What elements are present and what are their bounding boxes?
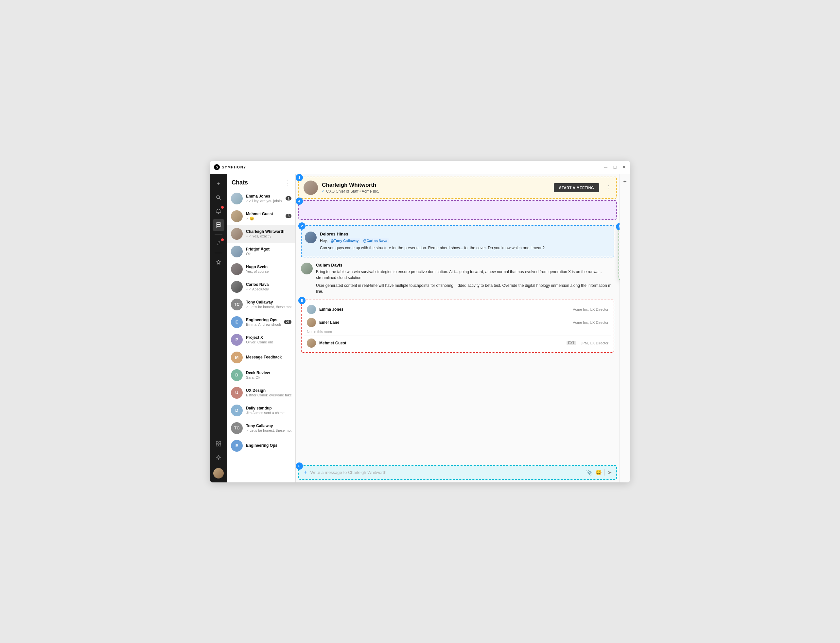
chat-item-deckreview[interactable]: D Deck Review Sara: Ok xyxy=(227,366,295,384)
input-action-icons: 📎 😊 ➤ xyxy=(586,469,612,475)
chat-info-tony: Tony Callaway ✓ Let's be honest, these m… xyxy=(246,300,292,309)
mention-item-emma[interactable]: Emma Jones Acme Inc, UX Director xyxy=(304,303,611,316)
close-button[interactable]: ✕ xyxy=(622,165,626,169)
mention-carlos[interactable]: @Carlos Nava xyxy=(361,238,389,243)
chat-badge-engops: 21 xyxy=(284,320,292,324)
svg-line-1 xyxy=(219,198,220,199)
chat-item-hugo[interactable]: Hugo Svein Yes, of course xyxy=(227,260,295,278)
annotation-2-badge: 2 xyxy=(298,222,305,230)
mention-tony[interactable]: @Tony Callaway xyxy=(329,238,360,243)
chat-item-daily[interactable]: D Daily standup Jim James sent a chime xyxy=(227,401,295,419)
chat-preview-deckreview: Sara: Ok xyxy=(246,375,292,379)
ext-badge: EXT xyxy=(566,341,576,345)
chat-item-tony[interactable]: TC Tony Callaway ✓ Let's be honest, thes… xyxy=(227,295,295,313)
avatar-emma xyxy=(231,193,243,204)
chat-item-charleigh[interactable]: Charleigh Whitworth ✓✓ Yes, exactly xyxy=(227,225,295,243)
mention-item-emer[interactable]: Emer Lane Acme Inc, UX Director xyxy=(304,316,611,329)
send-icon[interactable]: ➤ xyxy=(607,469,612,475)
chat-name-uxdesign: UX Design xyxy=(246,388,292,393)
mention-role-emma: Acme Inc, UX Director xyxy=(573,307,608,312)
chat-name-deckreview: Deck Review xyxy=(246,370,292,375)
right-add-button[interactable]: + xyxy=(621,178,629,186)
chat-info-projectx: Project X Oliver: Come on! xyxy=(246,335,292,344)
divider-1 xyxy=(215,234,222,235)
chat-name-emma: Emma Jones xyxy=(246,194,282,199)
message-delores-highlighted: 2 Delores Hines Hey, @Tony Callaway @Car… xyxy=(301,225,614,258)
chat-name-engops: Engineering Ops xyxy=(246,318,281,322)
emoji-icon[interactable]: 😊 xyxy=(595,469,602,475)
search-button[interactable] xyxy=(213,192,224,204)
app-name: SYMPHONY xyxy=(222,165,246,169)
chat-preview-mehmet: ✓ 😊 xyxy=(246,217,282,221)
chat-item-projectx[interactable]: P Project X Oliver: Come on! xyxy=(227,331,295,349)
chat-info-emma: Emma Jones ✓✓ Hey, are you joining the m… xyxy=(246,194,282,203)
attach-plus-icon[interactable]: + xyxy=(303,469,307,476)
avatar-fridtjof xyxy=(231,246,243,258)
chat-preview-tony2: ✓ Let's be honest, these mockups look gr… xyxy=(246,428,292,432)
chats-button[interactable] xyxy=(213,219,224,231)
annotation-6-badge: 6 xyxy=(296,462,303,470)
context-sendtoapp-item[interactable]: Send to Application xyxy=(619,268,620,277)
context-forward-item[interactable]: Forward xyxy=(619,248,620,258)
user-avatar[interactable] xyxy=(213,468,224,478)
notifications-button[interactable] xyxy=(213,206,224,217)
messages-area[interactable]: 2 Delores Hines Hey, @Tony Callaway @Car… xyxy=(296,221,620,464)
channels-button[interactable]: # xyxy=(213,238,224,250)
chat-preview-uxdesign: Esther Conor: everyone take the poll! xyxy=(246,393,292,397)
header-more-button[interactable]: ⋮ xyxy=(606,184,612,191)
chat-name-hugo: Hugo Svein xyxy=(246,264,292,269)
chat-preview-hugo: Yes, of course xyxy=(246,269,292,273)
message-input-placeholder[interactable]: Write a message to Charleigh Whitworth xyxy=(310,470,583,475)
chat-info-fridtjof: Fridtjof Ågot Ok xyxy=(246,247,292,256)
mention-avatar-emma xyxy=(307,305,316,314)
channels-badge xyxy=(221,238,224,241)
chat-info-engops2: Engineering Ops xyxy=(246,443,292,448)
grid-button[interactable] xyxy=(213,438,224,450)
chat-info-tony2: Tony Callaway ✓ Let's be honest, these m… xyxy=(246,424,292,432)
minimize-button[interactable]: ─ xyxy=(604,165,608,169)
sidebar: + xyxy=(210,174,227,482)
message-block-delores: 2 Delores Hines Hey, @Tony Callaway @Car… xyxy=(301,225,614,258)
chat-item-fridtjof[interactable]: Fridtjof Ågot Ok xyxy=(227,243,295,260)
mention-role-emer: Acme Inc, UX Director xyxy=(573,320,608,325)
chat-item-uxdesign[interactable]: U UX Design Esther Conor: everyone take … xyxy=(227,384,295,401)
header-avatar xyxy=(303,181,318,195)
chat-item-mehmet[interactable]: Mehmet Guest ✓ 😊 3 xyxy=(227,207,295,225)
titlebar: S SYMPHONY ─ □ ✕ xyxy=(210,161,630,174)
add-button[interactable]: + xyxy=(213,178,224,190)
msg-text-callam2: User generated content in real-time will… xyxy=(316,282,614,294)
context-menu: 3 ☆ Star Message Add Reaction Forward xyxy=(618,226,620,280)
chat-list-more-button[interactable]: ⋮ xyxy=(285,179,291,186)
msg-sender-callam: Callam Davis xyxy=(316,263,614,268)
chat-item-emma[interactable]: Emma Jones ✓✓ Hey, are you joining the m… xyxy=(227,190,295,207)
chat-info-engops: Engineering Ops Emma: Andrew should know… xyxy=(246,318,281,326)
chat-item-carlos[interactable]: Carlos Nava ✓✓ Absolutely xyxy=(227,278,295,295)
start-meeting-button[interactable]: START A MEETING xyxy=(554,183,599,192)
maximize-button[interactable]: □ xyxy=(613,165,617,169)
chat-item-engops[interactable]: E Engineering Ops Emma: Andrew should kn… xyxy=(227,313,295,331)
chat-preview-tony: ✓ Let's be honest, these mockups look gr… xyxy=(246,305,292,309)
app-logo: S SYMPHONY xyxy=(214,164,604,170)
chat-info-charleigh: Charleigh Whitworth ✓✓ Yes, exactly xyxy=(246,229,292,238)
mention-name-mehmet-list: Mehmet Guest xyxy=(319,341,563,345)
context-reaction-item[interactable]: Add Reaction xyxy=(619,238,620,248)
chat-item-msgfeedback[interactable]: M Message Feedback xyxy=(227,349,295,366)
chat-list-header: Chats ⋮ xyxy=(227,174,295,190)
chat-item-tony2[interactable]: TC Tony Callaway ✓ Let's be honest, thes… xyxy=(227,419,295,437)
chat-item-engops2[interactable]: E Engineering Ops xyxy=(227,437,295,455)
attachment-icon[interactable]: 📎 xyxy=(586,469,593,475)
chat-name-tony2: Tony Callaway xyxy=(246,424,292,428)
msg-text-delores-body: Can you guys come up with the structure … xyxy=(320,245,610,251)
msg-callam: Callam Davis Bring to the table win-win … xyxy=(301,260,614,297)
settings-button[interactable] xyxy=(213,452,224,463)
favorites-button[interactable] xyxy=(213,256,224,268)
chat-preview-fridtjof: Ok xyxy=(246,252,292,256)
svg-point-11 xyxy=(218,457,220,458)
context-reply-item[interactable]: Reply xyxy=(619,258,620,268)
chat-preview-emma: ✓✓ Hey, are you joining the meeting? xyxy=(246,199,282,203)
message-input-area: 6 + Write a message to Charleigh Whitwor… xyxy=(298,465,617,480)
avatar-msgfeedback: M xyxy=(231,352,243,363)
mention-item-mehmet-list[interactable]: Mehmet Guest EXT JPM, UX Director xyxy=(304,336,611,349)
msg-text-callam: Bring to the table win-win survival stra… xyxy=(316,269,614,281)
mention-list: 5 Emma Jones Acme Inc, UX Director Emer … xyxy=(301,300,614,353)
